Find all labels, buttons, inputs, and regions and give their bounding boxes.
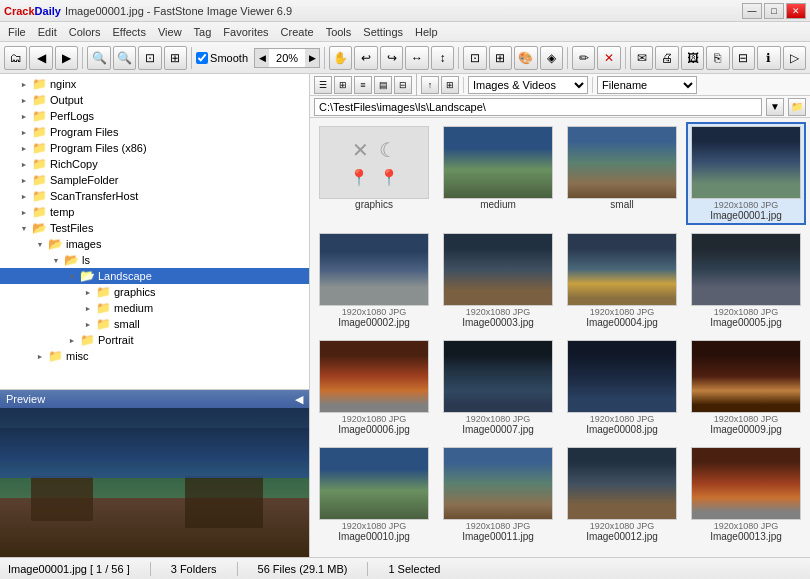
toolbar-flipv-btn[interactable]: ↕ [431, 46, 454, 70]
menu-file[interactable]: File [2, 24, 32, 40]
tree-item[interactable]: 📁medium [0, 300, 309, 316]
toolbar-crop-btn[interactable]: ⊡ [463, 46, 486, 70]
menu-create[interactable]: Create [275, 24, 320, 40]
tree-item[interactable]: 📂TestFiles [0, 220, 309, 236]
sort-direction-btn[interactable]: ↑ [421, 76, 439, 94]
thumbnail-item[interactable]: 1920x1080 JPGImage00012.jpg [562, 443, 682, 546]
toolbar-zoomin-btn[interactable]: 🔍 [87, 46, 110, 70]
toolbar-prev-btn[interactable]: ◀ [29, 46, 52, 70]
tree-item[interactable]: 📁temp [0, 204, 309, 220]
tree-expander-icon[interactable] [64, 273, 80, 280]
view-detail-btn[interactable]: ≡ [354, 76, 372, 94]
toolbar-rotate-right-btn[interactable]: ↪ [380, 46, 403, 70]
toolbar-compare-btn[interactable]: ⊟ [732, 46, 755, 70]
tree-item[interactable]: 📁Output [0, 92, 309, 108]
tree-expander-icon[interactable] [16, 177, 32, 184]
tree-item[interactable]: 📁SampleFolder [0, 172, 309, 188]
thumbnail-item[interactable]: 1920x1080 JPGImage00003.jpg [438, 229, 558, 332]
thumbnail-item[interactable]: small [562, 122, 682, 225]
toolbar-actual-btn[interactable]: ⊞ [164, 46, 187, 70]
tree-expander-icon[interactable] [16, 193, 32, 200]
menu-view[interactable]: View [152, 24, 188, 40]
toolbar-color-btn[interactable]: 🎨 [514, 46, 537, 70]
thumbnail-item[interactable]: 1920x1080 JPGImage00001.jpg [686, 122, 806, 225]
toolbar-next-btn[interactable]: ▶ [55, 46, 78, 70]
menu-favorites[interactable]: Favorites [217, 24, 274, 40]
view-thumb-btn[interactable]: ⊞ [334, 76, 352, 94]
tree-expander-icon[interactable] [16, 209, 32, 216]
tree-expander-icon[interactable] [32, 353, 48, 360]
tree-expander-icon[interactable] [32, 241, 48, 248]
tree-expander-icon[interactable] [80, 305, 96, 312]
menu-edit[interactable]: Edit [32, 24, 63, 40]
minimize-button[interactable]: — [742, 3, 762, 19]
thumbnail-item[interactable]: 1920x1080 JPGImage00007.jpg [438, 336, 558, 439]
tree-item[interactable]: 📂images [0, 236, 309, 252]
toolbar-delete-btn[interactable]: ✕ [597, 46, 620, 70]
zoom-inc-btn[interactable]: ▶ [305, 49, 319, 67]
view-film-btn[interactable]: ▤ [374, 76, 392, 94]
tree-expander-icon[interactable] [16, 145, 32, 152]
toolbar-email-btn[interactable]: ✉ [630, 46, 653, 70]
toolbar-resize-btn[interactable]: ⊞ [489, 46, 512, 70]
tree-expander-icon[interactable] [16, 97, 32, 104]
toolbar-wallpaper-btn[interactable]: 🖼 [681, 46, 704, 70]
smooth-checkbox[interactable] [196, 52, 208, 64]
tree-expander-icon[interactable] [48, 257, 64, 264]
menu-tools[interactable]: Tools [320, 24, 358, 40]
toolbar-folder-btn[interactable]: 🗂 [4, 46, 27, 70]
tree-expander-icon[interactable] [16, 113, 32, 120]
toolbar-sharpen-btn[interactable]: ◈ [540, 46, 563, 70]
thumbnail-item[interactable]: 1920x1080 JPGImage00005.jpg [686, 229, 806, 332]
tree-expander-icon[interactable] [16, 161, 32, 168]
toolbar-print-btn[interactable]: 🖨 [655, 46, 678, 70]
tree-item[interactable]: 📁Program Files (x86) [0, 140, 309, 156]
thumbnail-item[interactable]: 1920x1080 JPGImage00006.jpg [314, 336, 434, 439]
address-go-btn[interactable]: ▼ [766, 98, 784, 116]
tree-item[interactable]: 📁RichCopy [0, 156, 309, 172]
tree-item[interactable]: 📁graphics [0, 284, 309, 300]
menu-effects[interactable]: Effects [107, 24, 152, 40]
tree-item[interactable]: 📁Portrait [0, 332, 309, 348]
tree-expander-icon[interactable] [16, 129, 32, 136]
file-tree[interactable]: 📁nginx📁Output📁PerfLogs📁Program Files📁Pro… [0, 74, 309, 389]
toolbar-info-btn[interactable]: ℹ [757, 46, 780, 70]
menu-help[interactable]: Help [409, 24, 444, 40]
toolbar-copy-btn[interactable]: ⎘ [706, 46, 729, 70]
address-browse-btn[interactable]: 📁 [788, 98, 806, 116]
tree-item[interactable]: 📁nginx [0, 76, 309, 92]
thumbnail-item[interactable]: 1920x1080 JPGImage00013.jpg [686, 443, 806, 546]
file-type-select[interactable]: Images & Videos Images Only Videos Only … [468, 76, 588, 94]
address-input[interactable] [314, 98, 762, 116]
preview-collapse-icon[interactable]: ◀ [295, 393, 303, 406]
view-large-btn[interactable]: ⊟ [394, 76, 412, 94]
thumbnail-item[interactable]: 1920x1080 JPGImage00011.jpg [438, 443, 558, 546]
thumbnail-item[interactable]: 1920x1080 JPGImage00008.jpg [562, 336, 682, 439]
tree-item[interactable]: 📁PerfLogs [0, 108, 309, 124]
tree-expander-icon[interactable] [80, 321, 96, 328]
toolbar-fliph-btn[interactable]: ↔ [405, 46, 428, 70]
thumbnail-item[interactable]: 1920x1080 JPGImage00010.jpg [314, 443, 434, 546]
thumbnail-item[interactable]: 1920x1080 JPGImage00009.jpg [686, 336, 806, 439]
toolbar-slideshow-btn[interactable]: ▷ [783, 46, 806, 70]
tree-item[interactable]: 📂ls [0, 252, 309, 268]
thumbnail-item[interactable]: medium [438, 122, 558, 225]
toolbar-hand-btn[interactable]: ✋ [329, 46, 352, 70]
toolbar-rotate-left-btn[interactable]: ↩ [354, 46, 377, 70]
tree-expander-icon[interactable] [16, 225, 32, 232]
sort-select[interactable]: Filename Date Size Type [597, 76, 697, 94]
thumbnail-item[interactable]: 1920x1080 JPGImage00002.jpg [314, 229, 434, 332]
zoom-input[interactable] [269, 49, 305, 67]
toolbar-zoomout-btn[interactable]: 🔍 [113, 46, 136, 70]
tree-item[interactable]: 📁small [0, 316, 309, 332]
tree-item[interactable]: 📁Program Files [0, 124, 309, 140]
tree-item[interactable]: 📁misc [0, 348, 309, 364]
tree-expander-icon[interactable] [16, 81, 32, 88]
maximize-button[interactable]: □ [764, 3, 784, 19]
tree-expander-icon[interactable] [80, 289, 96, 296]
zoom-dec-btn[interactable]: ◀ [255, 49, 269, 67]
thumbnail-item[interactable]: ✕☾📍📍graphics [314, 122, 434, 225]
tree-item[interactable]: 📁ScanTransferHost [0, 188, 309, 204]
toolbar-fit-btn[interactable]: ⊡ [138, 46, 161, 70]
tree-item[interactable]: 📂Landscape [0, 268, 309, 284]
